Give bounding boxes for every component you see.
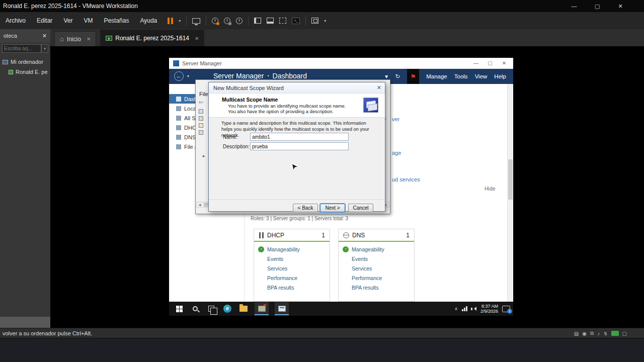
menu-vm[interactable]: VM [78,17,98,24]
scrollbar-thumb[interactable] [508,159,513,200]
close-tab-icon[interactable]: ✕ [87,36,91,42]
usb-device-icon[interactable]: ↯ [603,331,607,336]
back-button[interactable]: ← [174,71,184,81]
hard-disk-icon[interactable]: ▤ [574,331,579,336]
sm-maximize-button[interactable]: ▢ [484,58,496,69]
revert-snapshot-button[interactable] [224,18,230,24]
breadcrumb-root[interactable]: Server Manager [213,72,264,80]
menu-editar[interactable]: Editar [31,17,58,24]
fullscreen-caret-icon[interactable]: ▾ [324,19,326,23]
minimize-button[interactable]: — [562,0,586,12]
wizard-titlebar[interactable]: New Multicast Scope Wizard [209,82,385,94]
wizard-close-icon[interactable]: ✕ [377,84,381,91]
close-button[interactable]: ✕ [609,0,632,12]
unity-mode-button[interactable] [279,18,286,24]
fullscreen-button[interactable] [311,18,318,24]
forward-caret-icon[interactable]: ▾ [187,74,189,78]
show-library-toggle[interactable] [254,18,261,24]
tile-title[interactable]: DHCP [267,232,284,239]
hide-welcome-link[interactable]: Hide [485,186,496,192]
tile-title[interactable]: DNS [352,232,365,239]
vm-edge-button[interactable] [222,303,232,314]
menu-ayuda[interactable]: Ayuda [134,17,163,24]
library-search-caret-icon[interactable]: ▾ [41,44,48,53]
close-tab-icon[interactable]: ✕ [195,36,199,41]
volume-icon[interactable] [472,307,476,311]
take-snapshot-button[interactable] [212,18,218,24]
next-button[interactable]: Next > [320,204,345,212]
pause-vm-button[interactable] [168,18,173,24]
library-item-computer[interactable]: Mi ordenador [0,57,50,66]
sm-close-button[interactable]: ✕ [498,58,510,69]
vm-task-view-button[interactable] [206,303,216,314]
vm-start-button[interactable] [174,303,184,314]
library-search-input[interactable] [2,44,41,53]
tile-item-performance[interactable]: Performance [254,274,330,284]
fullscreen-status-icon[interactable]: ▢ [622,331,627,336]
tab-vm[interactable]: Ronald E. perez 2025-1614 ✕ [100,30,204,46]
tile-item-label: BPA results [267,285,294,291]
menu-pestanas[interactable]: Pestañas [98,17,134,24]
vm-search-button[interactable] [190,303,200,314]
menu-ver[interactable]: Ver [58,17,78,24]
send-ctrl-alt-del-button[interactable] [192,18,200,24]
show-hidden-icons[interactable]: ∧ [454,306,458,311]
dhcp-tree-server-icon[interactable] [199,116,203,121]
cancel-button[interactable]: Cancel [348,204,373,212]
tools-menu[interactable]: Tools [454,73,468,79]
tile-item-performance[interactable]: Performance [339,274,414,284]
dhcp-tree-folder-icon[interactable] [199,123,203,128]
tile-item-label: Events [352,256,368,262]
description-field[interactable] [250,142,349,150]
breadcrumb-page[interactable]: Dashboard [273,72,307,80]
tile-item-services[interactable]: Services [254,264,330,274]
tree-expand-icon[interactable]: ▸ [203,153,205,158]
console-view-button[interactable]: >_ [292,18,300,24]
tab-vm-label: Ronald E. perez 2025-1614 [115,35,189,42]
library-item-vm[interactable]: Ronald E. pe [0,67,50,76]
welcome-link-fragment[interactable]: ud services [392,176,420,183]
help-menu[interactable]: Help [494,73,506,79]
welcome-link-fragment[interactable]: ver [392,116,399,122]
scroll-left-icon[interactable]: ◄ [197,203,203,207]
message-log-icon[interactable] [611,331,619,336]
notifications-flag-icon[interactable]: ⚑ [407,69,419,84]
tab-inicio[interactable]: ⌂ Inicio ✕ [54,31,96,46]
name-field[interactable] [250,133,349,141]
vm-clock[interactable]: 8:37 AM 2/9/2026 [480,304,498,314]
network-adapter-icon[interactable]: ⧉ [590,330,594,336]
vm-server-manager-button[interactable] [255,302,269,315]
close-library-icon[interactable]: ✕ [42,33,47,39]
details-caret-icon[interactable]: ▾ [385,73,388,80]
vm-file-explorer-button[interactable] [238,303,249,314]
tile-item-bpa[interactable]: BPA results [254,284,330,293]
notification-icon[interactable]: 1 [502,306,510,312]
vm-dhcp-console-button[interactable] [275,302,289,315]
tile-item-manageability[interactable]: Manageability [339,245,414,255]
maximize-button[interactable]: ▢ [586,0,609,12]
manage-menu[interactable]: Manage [426,73,447,79]
dhcp-tree-root-icon[interactable] [199,109,203,114]
tile-item-events[interactable]: Events [339,255,414,264]
manage-snapshots-button[interactable] [236,18,243,24]
tile-item-manageability[interactable]: Manageability [254,245,330,255]
dhcp-tile-header[interactable]: DHCP 1 [254,229,330,242]
refresh-icon[interactable]: ↻ [395,73,400,80]
power-caret-icon[interactable]: ▾ [179,19,181,23]
tile-item-services[interactable]: Services [339,264,414,274]
cd-drive-icon[interactable]: ◉ [582,331,587,336]
show-thumbnail-bar-toggle[interactable] [267,18,274,24]
network-icon[interactable] [462,306,468,311]
tile-item-bpa[interactable]: BPA results [339,284,414,293]
view-menu[interactable]: View [475,73,488,79]
menu-archivo[interactable]: Archivo [0,17,31,24]
tile-item-events[interactable]: Events [254,255,330,264]
sound-device-icon[interactable]: ♪ [597,331,600,336]
back-button[interactable]: < Back [293,204,318,212]
sm-minimize-button[interactable]: — [470,58,482,69]
dhcp-tree-node-icon[interactable] [199,130,203,135]
sm-scrollbar[interactable] [507,84,513,302]
welcome-link-fragment[interactable]: age [392,150,401,156]
dns-tile-header[interactable]: DNS 1 [339,229,414,242]
dhcp-file-menu[interactable]: File [199,91,208,97]
